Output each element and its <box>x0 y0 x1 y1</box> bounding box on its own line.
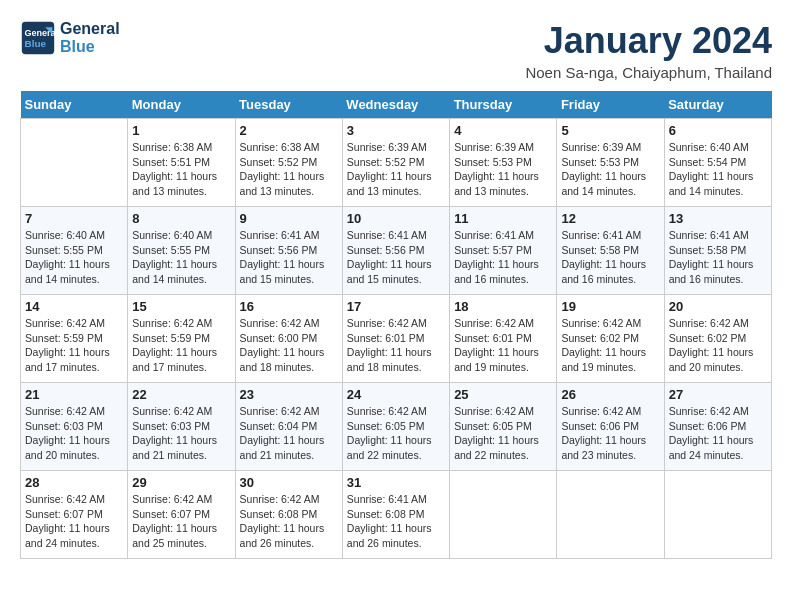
calendar-cell: 20Sunrise: 6:42 AM Sunset: 6:02 PM Dayli… <box>664 295 771 383</box>
day-number: 29 <box>132 475 230 490</box>
week-row-1: 1Sunrise: 6:38 AM Sunset: 5:51 PM Daylig… <box>21 119 772 207</box>
day-info: Sunrise: 6:42 AM Sunset: 6:01 PM Dayligh… <box>454 316 552 375</box>
day-info: Sunrise: 6:41 AM Sunset: 5:56 PM Dayligh… <box>347 228 445 287</box>
day-info: Sunrise: 6:41 AM Sunset: 5:58 PM Dayligh… <box>669 228 767 287</box>
calendar-cell: 3Sunrise: 6:39 AM Sunset: 5:52 PM Daylig… <box>342 119 449 207</box>
day-info: Sunrise: 6:42 AM Sunset: 6:05 PM Dayligh… <box>454 404 552 463</box>
day-number: 12 <box>561 211 659 226</box>
column-header-wednesday: Wednesday <box>342 91 449 119</box>
calendar-cell <box>664 471 771 559</box>
day-info: Sunrise: 6:40 AM Sunset: 5:55 PM Dayligh… <box>132 228 230 287</box>
month-title: January 2024 <box>525 20 772 62</box>
day-info: Sunrise: 6:38 AM Sunset: 5:51 PM Dayligh… <box>132 140 230 199</box>
day-info: Sunrise: 6:42 AM Sunset: 6:02 PM Dayligh… <box>561 316 659 375</box>
calendar-cell: 21Sunrise: 6:42 AM Sunset: 6:03 PM Dayli… <box>21 383 128 471</box>
calendar-cell: 8Sunrise: 6:40 AM Sunset: 5:55 PM Daylig… <box>128 207 235 295</box>
day-number: 20 <box>669 299 767 314</box>
day-info: Sunrise: 6:39 AM Sunset: 5:53 PM Dayligh… <box>561 140 659 199</box>
calendar-cell: 5Sunrise: 6:39 AM Sunset: 5:53 PM Daylig… <box>557 119 664 207</box>
day-number: 6 <box>669 123 767 138</box>
day-info: Sunrise: 6:38 AM Sunset: 5:52 PM Dayligh… <box>240 140 338 199</box>
day-info: Sunrise: 6:42 AM Sunset: 6:07 PM Dayligh… <box>25 492 123 551</box>
day-info: Sunrise: 6:42 AM Sunset: 6:04 PM Dayligh… <box>240 404 338 463</box>
calendar-cell: 28Sunrise: 6:42 AM Sunset: 6:07 PM Dayli… <box>21 471 128 559</box>
day-info: Sunrise: 6:42 AM Sunset: 6:03 PM Dayligh… <box>132 404 230 463</box>
day-info: Sunrise: 6:39 AM Sunset: 5:53 PM Dayligh… <box>454 140 552 199</box>
day-number: 17 <box>347 299 445 314</box>
day-number: 24 <box>347 387 445 402</box>
calendar-cell: 26Sunrise: 6:42 AM Sunset: 6:06 PM Dayli… <box>557 383 664 471</box>
day-info: Sunrise: 6:42 AM Sunset: 6:02 PM Dayligh… <box>669 316 767 375</box>
day-info: Sunrise: 6:41 AM Sunset: 5:56 PM Dayligh… <box>240 228 338 287</box>
calendar-cell: 14Sunrise: 6:42 AM Sunset: 5:59 PM Dayli… <box>21 295 128 383</box>
week-row-2: 7Sunrise: 6:40 AM Sunset: 5:55 PM Daylig… <box>21 207 772 295</box>
calendar-cell <box>21 119 128 207</box>
calendar-cell: 6Sunrise: 6:40 AM Sunset: 5:54 PM Daylig… <box>664 119 771 207</box>
day-number: 10 <box>347 211 445 226</box>
calendar-cell <box>557 471 664 559</box>
calendar-cell: 23Sunrise: 6:42 AM Sunset: 6:04 PM Dayli… <box>235 383 342 471</box>
calendar-cell: 2Sunrise: 6:38 AM Sunset: 5:52 PM Daylig… <box>235 119 342 207</box>
day-number: 27 <box>669 387 767 402</box>
title-block: January 2024 Noen Sa-nga, Chaiyaphum, Th… <box>525 20 772 81</box>
calendar-cell: 13Sunrise: 6:41 AM Sunset: 5:58 PM Dayli… <box>664 207 771 295</box>
day-info: Sunrise: 6:39 AM Sunset: 5:52 PM Dayligh… <box>347 140 445 199</box>
calendar-cell: 24Sunrise: 6:42 AM Sunset: 6:05 PM Dayli… <box>342 383 449 471</box>
day-number: 16 <box>240 299 338 314</box>
header-row: SundayMondayTuesdayWednesdayThursdayFrid… <box>21 91 772 119</box>
calendar-cell: 22Sunrise: 6:42 AM Sunset: 6:03 PM Dayli… <box>128 383 235 471</box>
week-row-3: 14Sunrise: 6:42 AM Sunset: 5:59 PM Dayli… <box>21 295 772 383</box>
logo: General Blue General Blue <box>20 20 120 56</box>
day-number: 3 <box>347 123 445 138</box>
day-info: Sunrise: 6:41 AM Sunset: 5:57 PM Dayligh… <box>454 228 552 287</box>
calendar-cell <box>450 471 557 559</box>
day-info: Sunrise: 6:41 AM Sunset: 5:58 PM Dayligh… <box>561 228 659 287</box>
day-number: 18 <box>454 299 552 314</box>
calendar-cell: 15Sunrise: 6:42 AM Sunset: 5:59 PM Dayli… <box>128 295 235 383</box>
day-number: 1 <box>132 123 230 138</box>
day-number: 14 <box>25 299 123 314</box>
logo-blue: Blue <box>60 38 120 56</box>
column-header-friday: Friday <box>557 91 664 119</box>
page-header: General Blue General Blue January 2024 N… <box>20 20 772 81</box>
column-header-sunday: Sunday <box>21 91 128 119</box>
week-row-5: 28Sunrise: 6:42 AM Sunset: 6:07 PM Dayli… <box>21 471 772 559</box>
calendar-cell: 17Sunrise: 6:42 AM Sunset: 6:01 PM Dayli… <box>342 295 449 383</box>
location-title: Noen Sa-nga, Chaiyaphum, Thailand <box>525 64 772 81</box>
logo-icon: General Blue <box>20 20 56 56</box>
day-info: Sunrise: 6:42 AM Sunset: 6:07 PM Dayligh… <box>132 492 230 551</box>
day-info: Sunrise: 6:40 AM Sunset: 5:54 PM Dayligh… <box>669 140 767 199</box>
column-header-monday: Monday <box>128 91 235 119</box>
day-info: Sunrise: 6:41 AM Sunset: 6:08 PM Dayligh… <box>347 492 445 551</box>
day-number: 26 <box>561 387 659 402</box>
day-info: Sunrise: 6:42 AM Sunset: 6:03 PM Dayligh… <box>25 404 123 463</box>
day-number: 11 <box>454 211 552 226</box>
calendar-cell: 18Sunrise: 6:42 AM Sunset: 6:01 PM Dayli… <box>450 295 557 383</box>
day-info: Sunrise: 6:42 AM Sunset: 6:00 PM Dayligh… <box>240 316 338 375</box>
day-info: Sunrise: 6:42 AM Sunset: 6:08 PM Dayligh… <box>240 492 338 551</box>
day-number: 13 <box>669 211 767 226</box>
day-info: Sunrise: 6:42 AM Sunset: 5:59 PM Dayligh… <box>132 316 230 375</box>
calendar-cell: 27Sunrise: 6:42 AM Sunset: 6:06 PM Dayli… <box>664 383 771 471</box>
day-number: 4 <box>454 123 552 138</box>
day-info: Sunrise: 6:42 AM Sunset: 5:59 PM Dayligh… <box>25 316 123 375</box>
day-number: 28 <box>25 475 123 490</box>
day-number: 5 <box>561 123 659 138</box>
calendar-cell: 12Sunrise: 6:41 AM Sunset: 5:58 PM Dayli… <box>557 207 664 295</box>
calendar-cell: 31Sunrise: 6:41 AM Sunset: 6:08 PM Dayli… <box>342 471 449 559</box>
day-number: 2 <box>240 123 338 138</box>
calendar-cell: 11Sunrise: 6:41 AM Sunset: 5:57 PM Dayli… <box>450 207 557 295</box>
day-number: 22 <box>132 387 230 402</box>
day-info: Sunrise: 6:40 AM Sunset: 5:55 PM Dayligh… <box>25 228 123 287</box>
calendar-cell: 10Sunrise: 6:41 AM Sunset: 5:56 PM Dayli… <box>342 207 449 295</box>
week-row-4: 21Sunrise: 6:42 AM Sunset: 6:03 PM Dayli… <box>21 383 772 471</box>
column-header-thursday: Thursday <box>450 91 557 119</box>
calendar-cell: 16Sunrise: 6:42 AM Sunset: 6:00 PM Dayli… <box>235 295 342 383</box>
day-info: Sunrise: 6:42 AM Sunset: 6:01 PM Dayligh… <box>347 316 445 375</box>
logo-general: General <box>60 20 120 38</box>
day-info: Sunrise: 6:42 AM Sunset: 6:06 PM Dayligh… <box>561 404 659 463</box>
calendar-cell: 4Sunrise: 6:39 AM Sunset: 5:53 PM Daylig… <box>450 119 557 207</box>
day-info: Sunrise: 6:42 AM Sunset: 6:06 PM Dayligh… <box>669 404 767 463</box>
calendar-cell: 30Sunrise: 6:42 AM Sunset: 6:08 PM Dayli… <box>235 471 342 559</box>
calendar-cell: 19Sunrise: 6:42 AM Sunset: 6:02 PM Dayli… <box>557 295 664 383</box>
